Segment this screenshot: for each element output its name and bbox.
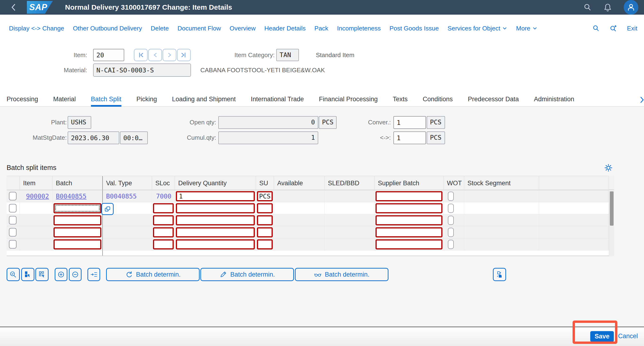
delivery-quantity-input[interactable] <box>176 191 255 201</box>
wot-checkbox[interactable] <box>448 228 454 237</box>
shell-header: SAP Normal Delivery 3100017697 Change: I… <box>0 0 644 15</box>
table-vertical-scrollbar[interactable] <box>609 191 614 256</box>
toggle-display-change-button[interactable] <box>493 268 506 281</box>
sloc-input[interactable] <box>153 215 174 225</box>
delivery-quantity-input[interactable] <box>176 215 255 225</box>
batch-input[interactable] <box>54 215 101 225</box>
matstgdate-date-input[interactable] <box>68 131 119 144</box>
batch-determination-change-button[interactable]: Batch determin. <box>200 268 294 281</box>
sloc-input[interactable] <box>153 203 174 213</box>
deselect-all-icon <box>38 271 46 278</box>
sloc-input[interactable] <box>153 239 174 249</box>
row-checkbox[interactable] <box>9 204 16 212</box>
wot-checkbox[interactable] <box>448 240 454 249</box>
matstgdate-time-input[interactable] <box>120 131 148 144</box>
notifications-bell-icon[interactable] <box>604 3 612 12</box>
tab-batch-split[interactable]: Batch Split <box>91 93 122 106</box>
wot-checkbox[interactable] <box>448 204 454 213</box>
find-entry-button[interactable] <box>6 268 20 281</box>
item-link[interactable]: 900002 <box>26 193 49 200</box>
batch-determination-redo-button[interactable]: Batch determin. <box>106 268 200 281</box>
batch-determination-display-button[interactable]: Batch determin. <box>295 268 388 281</box>
action-menubar: Display <-> Change Other Outbound Delive… <box>0 22 644 35</box>
supplier-batch-input[interactable] <box>376 203 442 213</box>
batch-input-focused[interactable] <box>54 203 101 213</box>
first-item-button[interactable] <box>134 49 148 61</box>
su-input[interactable] <box>257 227 273 237</box>
tab-overflow-icon[interactable] <box>639 96 644 104</box>
previous-item-button[interactable] <box>148 49 162 61</box>
su-input[interactable] <box>257 239 273 249</box>
table-settings-gear-icon[interactable] <box>604 163 613 172</box>
menu-pack[interactable]: Pack <box>314 25 328 32</box>
minus-circle-icon <box>72 271 79 278</box>
find-icon[interactable] <box>592 25 600 32</box>
next-item-button[interactable] <box>163 49 176 61</box>
scrollbar-thumb[interactable] <box>610 192 614 226</box>
su-input[interactable] <box>257 215 273 225</box>
menu-services-for-object[interactable]: Services for Object <box>448 25 507 32</box>
search-icon[interactable] <box>583 3 592 12</box>
tab-loading-and-shipment[interactable]: Loading and Shipment <box>172 93 236 106</box>
arrow-to-list-icon <box>90 271 98 278</box>
last-item-button[interactable] <box>177 49 191 61</box>
menu-other-outbound-delivery[interactable]: Other Outbound Delivery <box>73 25 142 32</box>
tab-material[interactable]: Material <box>53 93 76 106</box>
col-extra <box>539 176 609 190</box>
menu-overview[interactable]: Overview <box>230 25 256 32</box>
table-row <box>6 226 609 238</box>
delete-row-button[interactable] <box>69 268 82 281</box>
tab-processing[interactable]: Processing <box>6 93 38 106</box>
menu-delete[interactable]: Delete <box>151 25 169 32</box>
insert-row-button[interactable] <box>55 268 68 281</box>
row-checkbox[interactable] <box>9 216 16 225</box>
tab-picking[interactable]: Picking <box>136 93 157 106</box>
sloc-input[interactable] <box>153 227 174 237</box>
batch-input[interactable] <box>54 227 101 237</box>
delivery-quantity-input[interactable] <box>176 203 255 213</box>
sloc-value: 7000 <box>156 193 171 200</box>
row-checkbox[interactable] <box>9 192 16 200</box>
menu-exit[interactable]: Exit <box>627 25 638 32</box>
conversion-numerator-input[interactable] <box>394 116 426 129</box>
find-next-icon[interactable] <box>610 25 617 32</box>
batch-input[interactable] <box>54 239 101 249</box>
tab-conditions[interactable]: Conditions <box>423 93 453 106</box>
item-number-input[interactable] <box>93 49 124 61</box>
cancel-link[interactable]: Cancel <box>618 332 638 340</box>
menu-incompleteness[interactable]: Incompleteness <box>337 25 381 32</box>
delivery-quantity-input[interactable] <box>176 239 255 249</box>
wot-checkbox[interactable] <box>448 216 454 225</box>
conversion-denominator-label: <->: <box>340 131 391 144</box>
menu-more[interactable]: More <box>516 25 537 32</box>
batch-link[interactable]: B0040855 <box>56 193 86 200</box>
value-help-icon[interactable] <box>101 203 114 215</box>
tab-international-trade[interactable]: International Trade <box>251 93 304 106</box>
tab-texts[interactable]: Texts <box>393 93 408 106</box>
supplier-batch-input[interactable] <box>376 227 442 237</box>
deselect-all-button[interactable] <box>35 268 48 281</box>
user-avatar[interactable] <box>624 0 638 15</box>
menu-header-details[interactable]: Header Details <box>264 25 306 32</box>
row-checkbox[interactable] <box>9 240 16 249</box>
supplier-batch-input[interactable] <box>376 239 442 249</box>
material-input[interactable] <box>93 64 191 77</box>
delivery-quantity-input[interactable] <box>176 227 255 237</box>
select-all-button[interactable] <box>21 268 34 281</box>
supplier-batch-input[interactable] <box>376 215 442 225</box>
tab-financial-processing[interactable]: Financial Processing <box>319 93 378 106</box>
back-icon[interactable] <box>10 3 18 12</box>
row-checkbox[interactable] <box>9 228 16 237</box>
tab-administration[interactable]: Administration <box>534 93 574 106</box>
goto-details-button[interactable] <box>88 268 100 281</box>
menu-display-change[interactable]: Display <-> Change <box>9 25 64 32</box>
save-button[interactable]: Save <box>590 331 614 342</box>
supplier-batch-input[interactable] <box>376 191 442 201</box>
menu-document-flow[interactable]: Document Flow <box>178 25 221 32</box>
menu-post-goods-issue[interactable]: Post Goods Issue <box>390 25 439 32</box>
wot-checkbox[interactable] <box>448 192 454 201</box>
su-input[interactable] <box>257 203 273 213</box>
tab-predecessor-data[interactable]: Predecessor Data <box>468 93 519 106</box>
su-input[interactable] <box>257 191 273 201</box>
conversion-denominator-input[interactable] <box>394 131 426 144</box>
